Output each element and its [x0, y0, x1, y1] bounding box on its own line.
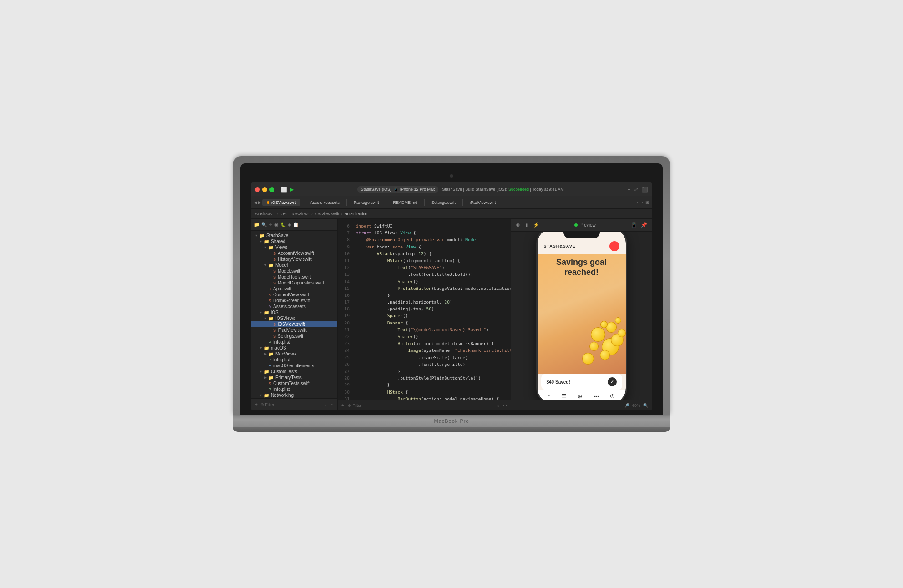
check-circle: ✓ — [608, 377, 617, 386]
tree-contentview[interactable]: S ContentView.swift — [251, 292, 337, 298]
code-area[interactable]: 678910 1112131415 1617181920 2122232425 … — [338, 219, 511, 400]
phone-icon: 📱 — [393, 187, 398, 192]
code-editor[interactable]: 678910 1112131415 1617181920 2122232425 … — [338, 219, 511, 410]
minimize-button[interactable] — [262, 187, 267, 192]
run-button[interactable]: ▶ — [290, 187, 294, 193]
tab-readme[interactable]: README.md — [388, 199, 422, 206]
search-nav-icon[interactable]: 🔍 — [261, 222, 267, 227]
add-bottom-icon[interactable]: + — [341, 403, 344, 408]
tree-primarytests[interactable]: ▶ 📁 PrimaryTests — [251, 375, 337, 380]
filter-icon[interactable]: ⊕ Filter — [260, 402, 274, 407]
macbook-container: ⬜ ▶ StashSave (iOS) 📱 iPhone 12 Pro Max … — [233, 156, 670, 432]
device-selector[interactable]: StashSave (iOS) 📱 iPhone 12 Pro Max — [357, 186, 439, 193]
disclosure-iosviews: ▾ — [263, 316, 268, 320]
swift-icon: S — [273, 328, 276, 333]
code-line: struct iOS_View: View { — [356, 229, 507, 236]
folder-icon: 📁 — [269, 245, 274, 250]
tab-package[interactable]: Package.swift — [349, 199, 384, 206]
tree-iosviews[interactable]: ▾ 📁 IOSViews — [251, 315, 337, 321]
breadcrumb-iosview-file[interactable]: iOSView.swift — [315, 212, 339, 216]
tab-ipadview[interactable]: iPadView.swift — [465, 199, 500, 206]
options-icon[interactable]: ⋯ — [329, 402, 334, 407]
tree-modeldiag[interactable]: S ModelDiagnostics.swift — [251, 280, 337, 286]
folder-nav-icon[interactable]: 📁 — [254, 222, 259, 227]
camera — [450, 174, 453, 178]
navigator-toggle-icon[interactable]: ⬜ — [281, 187, 287, 193]
preview-toolbar: 👁 ⏸ ⚡ Preview 📱 📌 — [511, 219, 652, 232]
tree-ipadview[interactable]: S iPadView.swift — [251, 327, 337, 333]
tree-iosview-swift[interactable]: S iOSView.swift — [251, 321, 337, 327]
views-label: Views — [275, 245, 288, 250]
tab-iosview-swift[interactable]: iOSView.swift — [262, 199, 300, 206]
test-nav-icon[interactable]: ◉ — [274, 222, 279, 227]
tab-label: Assets.xcassets — [310, 200, 340, 205]
preview-right-icons: 📱 📌 — [631, 222, 647, 228]
tree-macos[interactable]: ▾ 📁 macOS — [251, 345, 337, 351]
tree-accountview[interactable]: S AccountView.swift — [251, 250, 337, 256]
add-file-icon[interactable]: + — [255, 402, 258, 407]
tree-macviews[interactable]: ▶ 📁 MacViews — [251, 351, 337, 357]
breadcrumb-iosviews[interactable]: IOSViews — [292, 212, 309, 216]
history-tab-icon: ⏱ — [610, 393, 615, 400]
tree-entitlements[interactable]: E macOS.entitlements — [251, 363, 337, 369]
folder-icon: 📁 — [264, 346, 269, 350]
maximize-button[interactable] — [269, 187, 274, 192]
tree-ios[interactable]: ▾ 📁 iOS — [251, 309, 337, 315]
disclosure-macos: ▾ — [259, 346, 263, 350]
debug-nav-icon[interactable]: 🐛 — [280, 222, 286, 227]
code-line: Spacer() — [356, 312, 507, 319]
tree-info-plist-ios[interactable]: P Info.plist — [251, 339, 337, 345]
tree-networking[interactable]: ▾ 📁 Networking — [251, 392, 337, 398]
zoom-level-bottom: ↕ — [497, 403, 500, 408]
editor-options-icon[interactable]: ⋮⋮ — [635, 200, 644, 205]
tree-homescreen[interactable]: S HomeScreen.swift — [251, 298, 337, 304]
tree-modeltools[interactable]: S ModelTools.swift — [251, 274, 337, 280]
add-tab-icon[interactable]: + — [628, 187, 630, 192]
titlebar-icons: + ⤢ ⬛ — [628, 187, 648, 193]
tree-info-plist-tests[interactable]: P Info.plist — [251, 386, 337, 392]
close-button[interactable] — [255, 187, 260, 192]
zoom-out-icon[interactable]: 🔍 — [643, 403, 648, 408]
tree-app-swift[interactable]: S App.swift — [251, 286, 337, 292]
breakpoint-nav-icon[interactable]: ◈ — [288, 222, 291, 227]
sort-icon[interactable]: ↕ — [324, 402, 326, 407]
code-content[interactable]: import SwiftUI struct iOS_View: View { @… — [352, 219, 511, 400]
add-tab-icon: ⊕ — [578, 393, 582, 400]
zoom-in-icon[interactable]: 🔎 — [624, 403, 629, 408]
modeltools-label: ModelTools.swift — [278, 274, 311, 279]
tree-historyview[interactable]: S HistoryView.swift — [251, 256, 337, 262]
breadcrumb-ios[interactable]: iOS — [280, 212, 287, 216]
tree-shared[interactable]: ▾ 📁 Shared — [251, 238, 337, 244]
home-tab-icon: ⌂ — [548, 393, 551, 400]
tree-model-swift[interactable]: S Model.swift — [251, 268, 337, 274]
pause-icon[interactable]: ⏸ — [524, 223, 529, 228]
eye-icon[interactable]: 👁 — [516, 223, 521, 228]
line-numbers: 678910 1112131415 1617181920 2122232425 … — [338, 219, 352, 400]
flash-icon[interactable]: ⚡ — [533, 222, 539, 228]
entitlements-label: macOS.entitlements — [273, 363, 314, 368]
tree-customtests-swift[interactable]: S CustomTests.swift — [251, 380, 337, 386]
tree-root[interactable]: ▾ 📁 StashSave — [251, 233, 337, 238]
tree-assets[interactable]: A Assets.xcassets — [251, 304, 337, 309]
report-nav-icon[interactable]: 📋 — [293, 222, 299, 227]
tree-settings[interactable]: S Settings.swift — [251, 333, 337, 339]
split-editor-icon[interactable]: ⊞ — [645, 200, 649, 205]
tree-model[interactable]: ▾ 📁 Model — [251, 262, 337, 268]
historyview-label: HistoryView.swift — [278, 257, 312, 262]
back-icon[interactable]: ◀ — [254, 200, 257, 205]
tree-customtests[interactable]: ▾ 📁 CustomTests — [251, 369, 337, 375]
warning-nav-icon[interactable]: ⚠ — [269, 222, 273, 227]
split-view-icon[interactable]: ⤢ — [634, 187, 638, 193]
tab-settings[interactable]: Settings.swift — [427, 199, 460, 206]
tree-info-plist-mac[interactable]: P Info.plist — [251, 357, 337, 363]
tree-views[interactable]: ▾ 📁 Views — [251, 244, 337, 250]
code-line: @EnvironmentObject private var model: Mo… — [356, 236, 507, 243]
inspector-toggle-icon[interactable]: ⬛ — [642, 187, 648, 193]
iosview-swift-label: iOSView.swift — [278, 322, 305, 327]
pinned-icon[interactable]: 📌 — [641, 222, 647, 228]
tab-assets[interactable]: Assets.xcassets — [305, 199, 344, 206]
device-preview-icon[interactable]: 📱 — [631, 222, 637, 228]
infoplist-mac-label: Info.plist — [273, 357, 290, 362]
breadcrumb-stashsave[interactable]: StashSave — [255, 212, 275, 216]
forward-icon[interactable]: ▶ — [258, 200, 261, 205]
